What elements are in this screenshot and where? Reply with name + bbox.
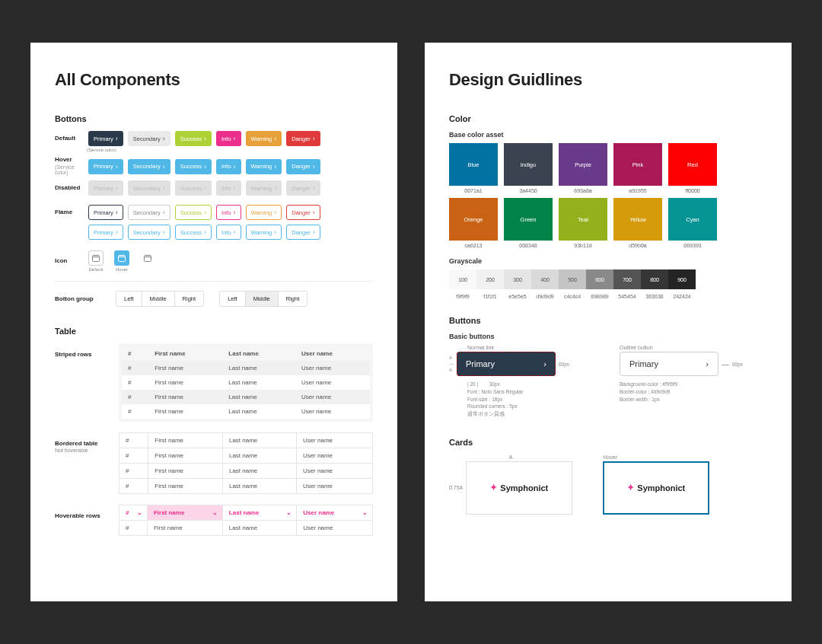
gray-hex: 898989	[586, 294, 613, 299]
button-row-default: Default Primary Secondary Success Info W…	[55, 131, 373, 146]
gray-hex: e5e5e5	[504, 294, 531, 299]
bg-left[interactable]: Left	[220, 292, 246, 306]
primary-button[interactable]: Primary	[88, 131, 123, 146]
gray-swatch: 100	[449, 269, 476, 289]
bg-left[interactable]: Left	[116, 292, 142, 306]
secondary-button[interactable]: Secondary	[128, 131, 170, 146]
swatch-box: Green	[504, 198, 553, 241]
table-row: #First nameLast nameUser name	[122, 404, 370, 419]
info-button-outline[interactable]: Info	[216, 205, 241, 220]
svg-rect-0	[93, 256, 100, 262]
brand-logo: Symphonict	[490, 483, 548, 493]
bg-right[interactable]: Right	[175, 292, 204, 306]
success-button-outline-hover[interactable]: Success	[175, 225, 212, 240]
sort-header[interactable]: #	[119, 505, 148, 521]
secondary-button-outline[interactable]: Secondary	[128, 205, 170, 220]
button-group-row: Botton group Left Middle Right Left Midd…	[55, 291, 373, 307]
gray-hex: 242424	[668, 294, 696, 299]
swatch-box: Purple	[559, 143, 607, 186]
button-spec-text: | 20 | 30px Font : Noto Sans Regular Fon…	[467, 381, 597, 418]
button-row-flame-hover: Primary Secondary Success Info Warning D…	[55, 225, 373, 240]
info-button-hover[interactable]: Info	[216, 159, 241, 174]
secondary-button-outline-hover[interactable]: Secondary	[128, 225, 170, 240]
swatch-box: Orenge	[449, 198, 498, 241]
gray-hex: f9f9f9	[449, 294, 476, 299]
row-label: Hover (Service color)	[55, 157, 84, 176]
danger-button-outline[interactable]: Danger	[286, 205, 320, 220]
info-button-outline-hover[interactable]: Info	[216, 225, 241, 240]
outline-button-demo[interactable]: Primary ›	[620, 352, 718, 376]
row-label: Icon	[55, 258, 84, 265]
warning-button[interactable]: Warning	[246, 131, 282, 146]
table-variant-label: Striped rows	[55, 351, 110, 358]
bg-right[interactable]: Right	[279, 292, 307, 306]
color-swatch: Green008348	[504, 198, 553, 248]
gray-swatch: 900	[668, 269, 696, 289]
measure-label: A	[449, 368, 454, 372]
primary-button-outline[interactable]: Primary	[88, 205, 123, 220]
section-table-heading: Table	[55, 327, 373, 336]
calendar-icon	[91, 253, 100, 263]
success-button-hover[interactable]: Success	[175, 159, 212, 174]
bg-middle-selected[interactable]: Middle	[246, 292, 279, 306]
icon-state-label: Hover	[114, 267, 129, 272]
table-variant-label: Hoverable rows	[55, 512, 110, 519]
gray-swatch: 300	[504, 269, 531, 289]
primary-button-demo[interactable]: Primary ›	[457, 352, 556, 376]
row-label: Flame	[55, 209, 84, 216]
card-default[interactable]: Symphonict	[466, 461, 572, 515]
calendar-icon	[117, 253, 126, 263]
sort-header-active[interactable]: First name	[147, 505, 222, 521]
sort-header[interactable]: User name	[297, 505, 373, 521]
gray-swatch: 600	[586, 269, 613, 289]
row-label: Botton group	[55, 295, 100, 302]
calendar-icon-button-default[interactable]	[88, 250, 104, 266]
button-row-flame: Flame Primary Secondary Success Info War…	[55, 205, 373, 220]
color-swatch-row: Blue0071a1Indigo3a4450Purple693a8aPinka9…	[449, 143, 767, 193]
success-button-outline[interactable]: Success	[175, 205, 212, 220]
danger-button-hover[interactable]: Danger	[286, 159, 320, 174]
section-buttons-heading: Bottons	[55, 114, 373, 123]
calendar-icon-button-plain[interactable]	[140, 250, 155, 266]
bg-middle[interactable]: Middle	[142, 292, 175, 306]
table-row: #First nameLast nameUser name	[119, 433, 373, 448]
button-group-selected: Left Middle Right	[219, 291, 307, 307]
table-row: #First nameLast nameUser name	[119, 521, 373, 536]
swatch-box: Blue	[449, 143, 498, 186]
svg-rect-1	[119, 256, 126, 262]
sort-header[interactable]: Last name	[222, 505, 296, 521]
warning-button-disabled: Warning	[246, 180, 282, 196]
table-row: #First nameLast nameUser name	[119, 448, 373, 464]
card-hover[interactable]: Symphonict	[603, 461, 709, 515]
button-row-hover: Hover (Service color) Primary Secondary …	[55, 157, 373, 176]
warning-button-hover[interactable]: Warning	[246, 159, 282, 174]
danger-button-outline-hover[interactable]: Danger	[286, 225, 320, 240]
warning-button-outline-hover[interactable]: Warning	[246, 225, 282, 240]
svg-rect-2	[145, 256, 151, 262]
color-swatch: Cyan069393	[668, 198, 717, 248]
height-spec: 60px	[559, 362, 569, 367]
swatch-box: Pink	[613, 143, 662, 186]
divider	[55, 281, 373, 282]
swatch-box: Teal	[559, 198, 607, 241]
table-row: #First nameLast nameUser name	[119, 464, 373, 479]
primary-button-hover[interactable]: Primary	[88, 159, 123, 174]
primary-button-outline-hover[interactable]: Primary	[88, 225, 123, 240]
info-button[interactable]: Info	[216, 131, 241, 146]
card-width-label: A	[449, 454, 572, 460]
danger-button[interactable]: Danger	[286, 131, 320, 146]
success-button[interactable]: Success	[175, 131, 212, 146]
color-swatch: Blue0071a1	[449, 143, 498, 193]
calendar-icon-button-hover[interactable]	[114, 250, 129, 266]
gray-swatch: 700	[613, 269, 641, 289]
secondary-button-hover[interactable]: Secondary	[128, 159, 170, 174]
swatch-hex: 008348	[504, 243, 553, 248]
button-group: Left Middle Right	[116, 291, 204, 307]
table-row: #First nameLast nameUser name	[122, 361, 370, 375]
warning-button-outline[interactable]: Warning	[246, 205, 282, 220]
button-row-disabled: Disabled Primary Secondary Success Info …	[55, 180, 373, 196]
secondary-button-disabled: Secondary	[128, 180, 170, 196]
base-color-label: Base color asset	[449, 131, 767, 139]
color-swatch: Indigo3a4450	[504, 143, 553, 193]
gray-swatch: 400	[531, 269, 559, 289]
